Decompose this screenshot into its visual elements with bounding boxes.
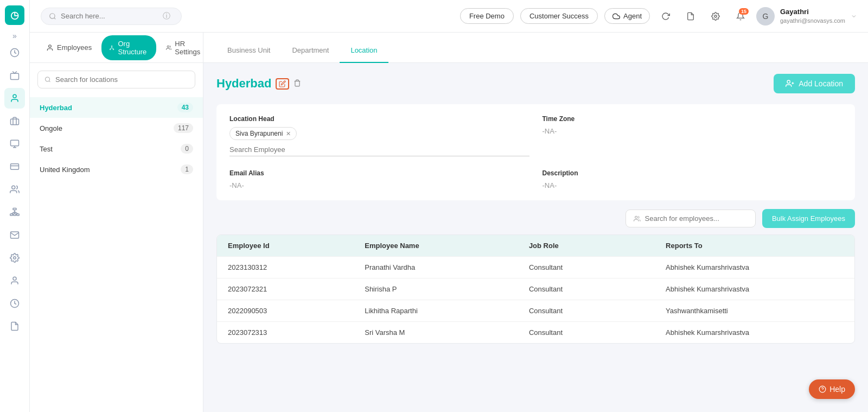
nav-icon-briefcase[interactable] (4, 111, 25, 131)
col-job-role: Job Role (529, 242, 666, 250)
col-employee-id: Employee Id (228, 242, 365, 250)
location-head-tags: Siva Byrapuneni ✕ (229, 127, 529, 143)
employee-search-field[interactable] (626, 210, 756, 227)
search-employees-input[interactable] (645, 214, 748, 223)
nav-icon-group[interactable] (4, 179, 25, 200)
svg-point-37 (635, 216, 637, 218)
location-head-tag: Siva Byrapuneni ✕ (229, 127, 297, 140)
location-item-hyderbad[interactable]: Hyderbad 43 (30, 97, 203, 118)
location-form: Location Head Siva Byrapuneni ✕ Time Zon… (216, 104, 855, 200)
table-row[interactable]: 2022090503 Likhitha Raparthi Consultant … (217, 300, 854, 321)
free-demo-button[interactable]: Free Demo (460, 8, 514, 24)
search-icon (49, 12, 56, 20)
notification-button[interactable]: 15 (731, 7, 750, 26)
cell-job-role: Consultant (529, 263, 666, 271)
nav-icon-person[interactable] (4, 88, 25, 109)
cell-employee-name: Pranathi Vardha (365, 263, 529, 271)
user-name: Gayathri (780, 8, 845, 17)
sub-tab-location[interactable]: Location (340, 39, 388, 63)
sub-tab-department[interactable]: Department (281, 39, 340, 63)
svg-rect-7 (11, 164, 19, 170)
tab-org-structure[interactable]: Org Structure (101, 35, 156, 60)
location-item-test[interactable]: Test 0 (30, 138, 203, 159)
chevron-down-icon (851, 13, 857, 20)
nav-icon-file[interactable] (4, 316, 25, 337)
hr-settings-icon (166, 44, 171, 52)
agent-button[interactable]: Agent (604, 8, 650, 24)
table-header: Employee Id Employee Name Job Role Repor… (217, 235, 854, 256)
remove-tag-button[interactable]: ✕ (286, 130, 291, 137)
location-count: 0 (181, 144, 193, 154)
tab-employees[interactable]: Employees (39, 39, 99, 56)
location-label: Ongole (40, 124, 62, 132)
tab-hr-settings[interactable]: HR Settings (158, 35, 203, 60)
global-search-input[interactable] (61, 12, 158, 20)
nav-icon-org[interactable] (4, 202, 25, 223)
app-logo[interactable]: ◷ (5, 5, 24, 25)
nav-icon-monitor[interactable] (4, 134, 25, 154)
content-area: Employees Org Structure HR Settings (30, 33, 868, 412)
bulk-assign-button[interactable]: Bulk Assign Employees (762, 209, 855, 228)
table-row[interactable]: 2023130312 Pranathi Vardha Consultant Ab… (217, 256, 854, 278)
cell-employee-id: 2022090503 (228, 307, 365, 315)
svg-rect-4 (11, 140, 19, 146)
edit-location-button[interactable] (276, 78, 289, 90)
global-search-bar[interactable]: ⓘ (41, 8, 182, 25)
settings-button[interactable] (706, 7, 725, 26)
nav-icon-card[interactable] (4, 156, 25, 177)
cloud-icon (612, 12, 620, 20)
expand-icon[interactable]: » (12, 31, 17, 40)
nav-icon-settings[interactable] (4, 248, 25, 268)
nav-icon-dashboard[interactable] (4, 42, 25, 63)
col-reports-to: Reports To (666, 242, 844, 250)
email-alias-value: -NA- (229, 181, 529, 189)
location-label: Test (40, 145, 53, 153)
svg-rect-11 (10, 214, 13, 215)
svg-point-31 (167, 46, 169, 47)
delete-location-button[interactable] (293, 79, 301, 88)
svg-point-26 (110, 49, 111, 50)
description-value: -NA- (542, 181, 843, 189)
search-location-input[interactable] (55, 75, 188, 84)
cell-employee-name: Shirisha P (365, 285, 529, 293)
svg-point-2 (13, 94, 16, 98)
agent-label: Agent (623, 12, 642, 20)
document-button[interactable] (681, 7, 700, 26)
nav-icon-user2[interactable] (4, 270, 25, 291)
svg-rect-10 (13, 208, 16, 210)
time-zone-label: Time Zone (542, 115, 843, 123)
user-email: gayathri@snovasys.com (780, 17, 845, 24)
help-button[interactable]: Help (809, 379, 855, 399)
search-location-field[interactable] (37, 71, 195, 88)
cell-employee-name: Likhitha Raparthi (365, 307, 529, 315)
main-container: ⓘ Free Demo Customer Success Agent 15 G … (30, 0, 868, 412)
refresh-button[interactable] (656, 7, 675, 26)
nav-icon-tv[interactable] (4, 65, 25, 86)
cell-employee-id: 2023072313 (228, 328, 365, 337)
svg-point-24 (49, 45, 52, 47)
avatar: G (756, 7, 775, 26)
search-employee-input[interactable] (229, 143, 529, 156)
sub-tab-business-unit[interactable]: Business Unit (216, 39, 281, 63)
employee-table: Employee Id Employee Name Job Role Repor… (216, 234, 855, 344)
user-area[interactable]: G Gayathri gayathri@snovasys.com (756, 7, 857, 26)
location-detail-header: Hyderbad Add Location (216, 74, 855, 93)
search-location-wrap (30, 63, 203, 93)
svg-rect-13 (17, 214, 20, 215)
svg-point-34 (787, 80, 790, 83)
add-person-icon (786, 79, 794, 88)
location-item-united-kingdom[interactable]: United Kingdom 1 (30, 159, 203, 180)
nav-icon-clock[interactable] (4, 293, 25, 314)
search-employee-icon (634, 215, 641, 223)
org-structure-icon (109, 44, 114, 52)
nav-icon-mail[interactable] (4, 225, 25, 245)
info-icon: ⓘ (163, 11, 170, 21)
table-row[interactable]: 2023072313 Sri Varsha M Consultant Abhis… (217, 321, 854, 343)
customer-success-button[interactable]: Customer Success (520, 8, 598, 24)
svg-rect-1 (11, 73, 19, 79)
add-location-button[interactable]: Add Location (774, 74, 855, 93)
svg-line-22 (54, 17, 56, 19)
description-field: Description -NA- (542, 169, 843, 189)
table-row[interactable]: 2023072321 Shirisha P Consultant Abhishe… (217, 278, 854, 300)
location-item-ongole[interactable]: Ongole 117 (30, 118, 203, 138)
